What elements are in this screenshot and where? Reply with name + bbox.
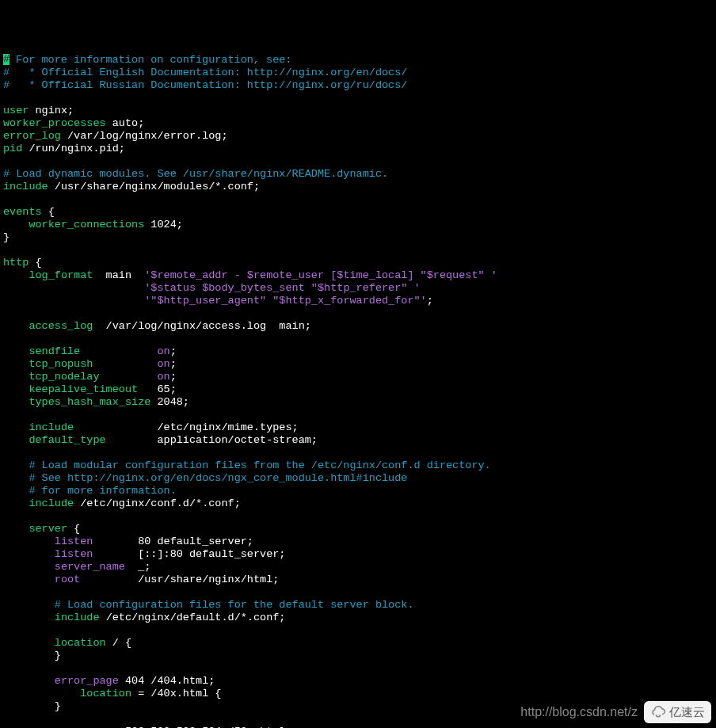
value: /run/nginx.pid; bbox=[22, 143, 125, 154]
directive-location: location bbox=[55, 637, 106, 649]
value-on: on bbox=[157, 345, 169, 357]
value: = /40x.html { bbox=[131, 688, 221, 699]
value: auto; bbox=[106, 117, 145, 129]
value: /usr/share/nginx/modules/*.conf; bbox=[48, 181, 260, 192]
value: /etc/nginx/conf.d/*.conf; bbox=[74, 497, 241, 509]
directive-tcp-nodelay: tcp_nodelay bbox=[29, 371, 99, 383]
value: / { bbox=[106, 637, 131, 649]
directive-worker-processes: worker_processes bbox=[3, 117, 106, 129]
value: nginx; bbox=[29, 105, 74, 116]
value: _; bbox=[125, 561, 150, 573]
directive-server: server bbox=[29, 523, 67, 535]
directive-listen: listen bbox=[55, 536, 93, 547]
directive-default-type: default_type bbox=[29, 434, 105, 446]
value: /etc/nginx/mime.types; bbox=[74, 421, 299, 433]
directive-user: user bbox=[3, 105, 29, 116]
directive-error-page: error_page bbox=[55, 675, 119, 687]
comment: # Load configuration files for the defau… bbox=[55, 599, 414, 611]
directive-access-log: access_log bbox=[29, 320, 93, 332]
log-format-line3: '"$http_user_agent" "$http_x_forwarded_f… bbox=[144, 295, 426, 307]
directive-location: location bbox=[80, 688, 131, 699]
cursor: # bbox=[3, 54, 10, 65]
comment: # * Official Russian Documentation: http… bbox=[3, 79, 407, 91]
cloud-icon bbox=[650, 704, 666, 720]
value: 2048; bbox=[150, 396, 189, 408]
directive-error-log: error_log bbox=[3, 130, 61, 142]
directive-log-format: log_format bbox=[29, 269, 93, 281]
value: 404 /404.html; bbox=[119, 675, 215, 687]
value: /var/log/nginx/error.log; bbox=[61, 130, 228, 142]
comment: # Load modular configuration files from … bbox=[29, 459, 490, 471]
value-on: on bbox=[157, 358, 169, 370]
terminal-output: # For more information on configuration,… bbox=[3, 54, 713, 728]
value: 65; bbox=[138, 383, 177, 395]
directive-server-name: server_name bbox=[55, 561, 125, 573]
directive-http: http bbox=[3, 257, 29, 269]
directive-sendfile: sendfile bbox=[29, 345, 80, 357]
directive-listen: listen bbox=[55, 548, 93, 560]
directive-pid: pid bbox=[3, 143, 22, 154]
directive-tcp-nopush: tcp_nopush bbox=[29, 358, 93, 370]
comment: For more information on configuration, s… bbox=[10, 54, 291, 66]
comment: # See http://nginx.org/en/docs/ngx_core_… bbox=[29, 472, 407, 484]
value: 80 default_server; bbox=[93, 536, 253, 547]
watermark-brand: 亿速云 bbox=[669, 706, 705, 718]
directive-include: include bbox=[55, 612, 100, 623]
value: /var/log/nginx/access.log main; bbox=[93, 320, 310, 332]
watermark: http://blog.csdn.net/z 亿速云 bbox=[520, 701, 711, 723]
directive-worker-connections: worker_connections bbox=[29, 219, 144, 231]
value: 1024; bbox=[144, 219, 183, 231]
comment: # Load dynamic modules. See /usr/share/n… bbox=[3, 168, 388, 180]
comment: # * Official English Documentation: http… bbox=[3, 67, 407, 78]
value: main bbox=[93, 269, 144, 281]
log-format-line1: '$remote_addr - $remote_user [$time_loca… bbox=[144, 269, 497, 281]
directive-include: include bbox=[3, 181, 48, 192]
value: /usr/share/nginx/html; bbox=[80, 574, 279, 585]
comment: # for more information. bbox=[29, 485, 176, 497]
value: [::]:80 default_server; bbox=[93, 548, 285, 560]
directive-types-hash-max-size: types_hash_max_size bbox=[29, 396, 150, 408]
directive-events: events bbox=[3, 206, 42, 218]
watermark-logo: 亿速云 bbox=[644, 701, 711, 723]
value: application/octet-stream; bbox=[106, 434, 318, 446]
directive-keepalive-timeout: keepalive_timeout bbox=[29, 383, 138, 395]
value: /etc/nginx/default.d/*.conf; bbox=[100, 612, 286, 623]
log-format-line2: '$status $body_bytes_sent "$http_referer… bbox=[144, 282, 420, 294]
directive-include: include bbox=[29, 421, 74, 433]
value-on: on bbox=[157, 371, 169, 383]
directive-include: include bbox=[29, 497, 74, 509]
directive-root: root bbox=[55, 574, 80, 585]
watermark-url: http://blog.csdn.net/z bbox=[520, 706, 638, 718]
